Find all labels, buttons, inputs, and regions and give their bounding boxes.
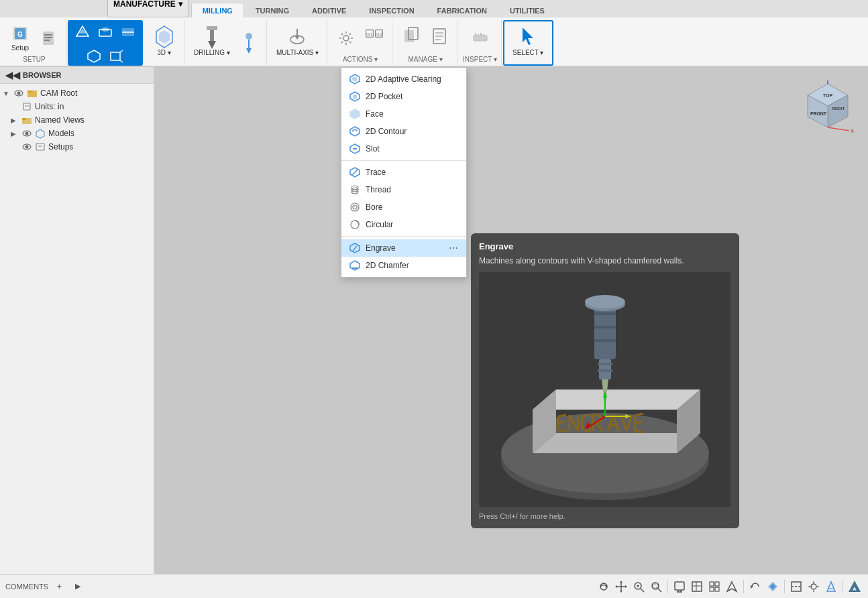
setup-group-items: G Setup [7, 21, 62, 54]
actions-icon-1[interactable] [333, 27, 360, 49]
models-eye-icon[interactable] [21, 128, 32, 139]
zoom-tool-btn[interactable] [631, 579, 647, 595]
manage-btn-2[interactable] [426, 27, 453, 49]
svg-line-104 [635, 422, 642, 423]
svg-rect-154 [710, 582, 714, 586]
2d-tool-4[interactable] [83, 46, 105, 67]
menu-item-bore[interactable]: Bore [341, 198, 466, 216]
select-label: SELECT ▾ [512, 49, 544, 57]
svg-rect-147 [675, 582, 684, 590]
orbit-tool-btn[interactable] [596, 579, 612, 595]
manage-btn-1[interactable] [398, 27, 425, 49]
menu-label-circular: Circular [366, 220, 393, 229]
menu-label-engrave: Engrave [366, 243, 396, 253]
tab-inspection[interactable]: INSPECTION [358, 3, 425, 17]
grid-btn[interactable] [689, 579, 705, 595]
setup-button[interactable]: G Setup [7, 23, 34, 54]
inspect-label: INSPECT ▾ [463, 56, 497, 64]
svg-point-112 [585, 295, 625, 308]
zoom-select-btn[interactable] [648, 579, 664, 595]
inspect-items [467, 21, 494, 54]
nav-btn[interactable] [724, 579, 740, 595]
ribbon-content: G Setup SETUP [0, 17, 868, 66]
dropdown-menu-2d: 2D Adaptive Clearing 2D Pocket Face 2D C… [341, 67, 467, 278]
2d-icon-2 [96, 23, 115, 42]
tree-item-models[interactable]: ▶ Models [0, 127, 154, 140]
setup-extra-icon [39, 29, 58, 48]
menu-item-slot[interactable]: Slot [341, 140, 466, 158]
viewports-btn[interactable] [706, 579, 722, 595]
appearance-btn[interactable] [765, 579, 781, 595]
menu-item-2d-contour[interactable]: 2D Contour [341, 123, 466, 140]
ribbon-group-manage: MANAGE ▾ [394, 20, 457, 66]
actions-label: ACTIONS ▾ [343, 56, 378, 64]
comment-nav-btn[interactable]: ▶ [70, 579, 86, 595]
svg-marker-136 [620, 581, 622, 583]
left-panel: ◀◀ BROWSER ▼ CAM Root ▶ Units: [0, 67, 154, 574]
section-btn[interactable] [788, 579, 804, 595]
tab-milling[interactable]: MILLING [191, 3, 244, 17]
explode-btn[interactable] [806, 579, 822, 595]
tree-item-units[interactable]: ▶ Units: in [0, 100, 154, 113]
tab-additive[interactable]: ADDITIVE [301, 3, 358, 17]
cam-root-eye-icon[interactable] [13, 88, 24, 99]
thread-icon [349, 184, 360, 195]
face-icon [349, 109, 360, 119]
menu-item-engrave[interactable]: Engrave ⋯ [341, 239, 466, 257]
autodesk-icon[interactable]: A [847, 579, 863, 595]
pan-tool-btn[interactable] [613, 579, 629, 595]
drilling-main-btn[interactable]: DRILLING ▾ [190, 27, 234, 58]
browser-back-icon[interactable]: ◀◀ [5, 70, 20, 80]
setups-eye-icon[interactable] [21, 141, 32, 152]
svg-rect-14 [111, 52, 120, 60]
2d-tool-1[interactable] [72, 21, 93, 43]
tree-item-named-views[interactable]: ▶ Named Views [0, 113, 154, 127]
svg-point-10 [101, 27, 109, 32]
add-comment-btn[interactable]: + [51, 579, 67, 595]
menu-item-thread[interactable]: Thread [341, 181, 466, 198]
named-views-arrow[interactable]: ▶ [11, 117, 19, 124]
svg-marker-18 [159, 30, 170, 44]
menu-item-2d-chamfer[interactable]: 2D Chamfer [341, 257, 466, 274]
display-btn[interactable] [671, 579, 688, 595]
models-arrow[interactable]: ▶ [11, 130, 19, 137]
menu-item-2d-adaptive[interactable]: 2D Adaptive Clearing [341, 70, 466, 88]
menu-item-face[interactable]: Face [341, 105, 466, 123]
menu-item-circular[interactable]: Circular [341, 216, 466, 233]
tree-item-cam-root[interactable]: ▼ CAM Root [0, 86, 154, 100]
tab-turning[interactable]: TURNING [244, 3, 301, 17]
menu-item-trace[interactable]: Trace [341, 164, 466, 181]
2d-tool-3[interactable] [117, 21, 139, 43]
3d-button[interactable]: 3D ▾ [151, 27, 178, 58]
drilling-extra-btn[interactable] [235, 32, 262, 54]
tab-utilities[interactable]: UTILITIES [498, 3, 556, 17]
svg-line-78 [353, 246, 357, 251]
svg-marker-20 [208, 41, 216, 49]
menu-label-slot: Slot [366, 144, 380, 154]
ribbon-group-3d: 3D ▾ [144, 20, 184, 66]
render-btn[interactable] [823, 579, 839, 595]
undo-btn[interactable] [747, 579, 763, 595]
inspect-btn[interactable] [467, 27, 494, 49]
select-btn[interactable]: SELECT ▾ [508, 27, 548, 58]
viewcube[interactable]: TOP FRONT RIGHT X Z [801, 80, 855, 134]
2d-contour-icon [349, 126, 360, 137]
2d-tool-2[interactable] [95, 21, 116, 43]
tooltip-title: Engrave [479, 241, 731, 251]
ribbon-group-multi-axis: MULTI-AXIS ▾ [268, 20, 327, 66]
ribbon-group-setup: G Setup SETUP [3, 20, 66, 66]
setup-extra-button[interactable] [35, 27, 62, 49]
2d-tool-5[interactable] [106, 46, 127, 67]
svg-rect-151 [692, 582, 702, 591]
bore-icon [349, 202, 360, 213]
tree-item-setups[interactable]: ▶ Setups [0, 140, 154, 154]
manufacture-button[interactable]: MANUFACTURE ▾ [107, 0, 188, 17]
2d-group-items [72, 21, 139, 67]
menu-label-2d-pocket: 2D Pocket [366, 92, 402, 101]
menu-item-2d-pocket[interactable]: 2D Pocket [341, 88, 466, 105]
tab-fabrication[interactable]: FABRICATION [426, 3, 498, 17]
units-icon [21, 101, 32, 112]
viewport[interactable]: 2D Adaptive Clearing 2D Pocket Face 2D C… [154, 67, 868, 574]
actions-g1g2-btn[interactable]: G1 G2 [361, 27, 388, 49]
multi-axis-btn[interactable]: MULTI-AXIS ▾ [272, 27, 323, 58]
